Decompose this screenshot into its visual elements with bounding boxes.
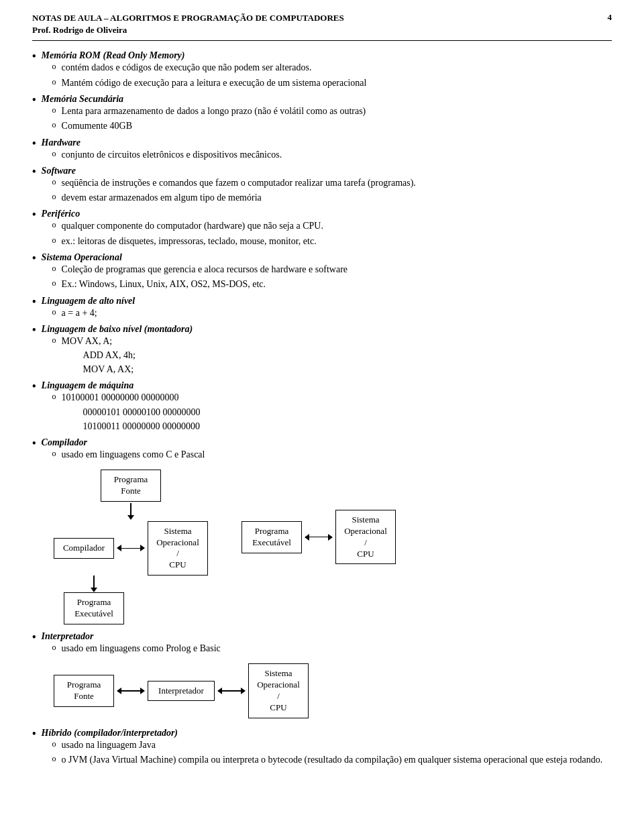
- header-title: NOTAS DE AULA – ALGORITMOS E PROGRAMAÇÃO…: [32, 12, 344, 36]
- sub-content: Ex.: Windows, Linux, Unix, AIX, OS2, MS-…: [62, 278, 612, 291]
- list-item: • Linguagem de máquina o 10100001 000000…: [32, 380, 612, 434]
- bullet-icon: •: [32, 728, 36, 740]
- sub-content: a = a + 4;: [62, 307, 612, 320]
- sub-list: o Coleção de programas que gerencia e al…: [52, 263, 612, 292]
- list-item: o usado em linguagens como C e Pascal: [52, 448, 612, 461]
- main-list: • Memória ROM (Read Only Memory) o conté…: [32, 50, 612, 462]
- arrow-hline: [222, 690, 241, 692]
- sub-bullet-icon: o: [52, 149, 56, 159]
- list-item: o Ex.: Windows, Linux, Unix, AIX, OS2, M…: [52, 278, 612, 291]
- right-diagram-group: ProgramaExecutável SistemaOperacional /C…: [241, 510, 396, 565]
- sub-content: o JVM (Java Virtual Machine) compila ou …: [62, 753, 612, 767]
- sub-content: contém dados e códigos de execução que n…: [62, 61, 612, 74]
- list-item: o seqüência de instruções e comandos que…: [52, 176, 612, 190]
- code-line: MOV AX, A;: [62, 335, 612, 348]
- interpretador-list: • Interpretador o usado em linguagens co…: [32, 631, 612, 657]
- item-label: Software: [42, 166, 76, 176]
- sub-bullet-icon: o: [52, 307, 56, 317]
- sub-list: o qualquer componente do computador (har…: [52, 219, 612, 248]
- list-item: o Mantém código de execução para a leitu…: [52, 76, 612, 90]
- item-label: Interpretador: [42, 631, 94, 641]
- list-item: • Sistema Operacional o Coleção de progr…: [32, 252, 612, 293]
- box-sistema-op-2: SistemaOperacional /CPU: [335, 510, 396, 565]
- item-content: Hardware o conjunto de circuitos eletrôn…: [42, 138, 612, 163]
- list-item: • Software o seqüência de instruções e c…: [32, 166, 612, 207]
- sub-bullet-icon: o: [52, 62, 56, 72]
- arrow-hline: [121, 690, 140, 692]
- list-item: o qualquer componente do computador (har…: [52, 219, 612, 233]
- bidir-arrow: [117, 545, 145, 551]
- bullet-icon: •: [32, 437, 36, 449]
- list-item: o MOV AX, A; ADD AX, 4h;MOV A, AX;: [52, 335, 612, 376]
- sub-bullet-icon: o: [52, 177, 56, 187]
- sub-content: usado em linguagens como Prolog e Basic: [62, 642, 612, 655]
- sub-content: MOV AX, A; ADD AX, 4h;MOV A, AX;: [62, 335, 612, 376]
- arrow-down: [127, 503, 134, 520]
- sub-content: qualquer componente do computador (hardw…: [62, 219, 612, 233]
- sub-bullet-icon: o: [52, 392, 56, 402]
- list-item: • Interpretador o usado em linguagens co…: [32, 631, 612, 657]
- sub-list: o a = a + 4;: [52, 307, 612, 320]
- item-label: Periférico: [42, 209, 80, 219]
- sub-list: o usado na linguagem Java o o JVM (Java …: [52, 739, 612, 767]
- arrow-right-head: [241, 688, 246, 694]
- box-sistema-op-1: SistemaOperacional /CPU: [148, 521, 208, 576]
- sub-bullet-icon: o: [52, 335, 56, 345]
- sub-list: o 10100001 00000000 00000000 00000101 00…: [52, 391, 612, 433]
- bidir-arrow-3: [117, 688, 145, 694]
- sub-bullet-icon: o: [52, 192, 56, 202]
- list-item: • Memória ROM (Read Only Memory) o conté…: [32, 50, 612, 91]
- box-sistema-op-interp: SistemaOperacional /CPU: [248, 663, 309, 718]
- sub-content: ex.: leitoras de disquetes, impressoras,…: [62, 235, 612, 248]
- item-content: Interpretador o usado em linguagens como…: [42, 631, 612, 657]
- list-item: o devem estar armazenados em algum tipo …: [52, 191, 612, 205]
- list-item: • Linguagem de alto nível o a = a + 4;: [32, 296, 612, 321]
- sub-content: seqüência de instruções e comandos que f…: [62, 176, 612, 190]
- list-item: o Comumente 40GB: [52, 119, 612, 133]
- list-item: • Compilador o usado em linguagens como …: [32, 437, 612, 463]
- arrow-right-head: [328, 534, 333, 541]
- arrow-hline: [121, 548, 140, 549]
- sub-bullet-icon: o: [52, 264, 56, 274]
- arrow-right-head: [140, 545, 145, 551]
- sub-list: o usado em linguagens como Prolog e Basi…: [52, 642, 612, 655]
- sub-bullet-icon: o: [52, 754, 56, 764]
- sub-content: usado em linguagens como C e Pascal: [62, 448, 612, 461]
- sub-list: o contém dados e códigos de execução que…: [52, 61, 612, 90]
- item-content: Híbrido (compilador/interpretador) o usa…: [42, 728, 612, 769]
- item-content: Linguagem de baixo nível (montadora) o M…: [42, 324, 612, 378]
- list-item: o o JVM (Java Virtual Machine) compila o…: [52, 753, 612, 767]
- box-prog-fonte-interp: ProgramaFonte: [54, 675, 114, 707]
- code-block: ADD AX, 4h;MOV A, AX;: [83, 348, 612, 376]
- item-content: Periférico o qualquer componente do comp…: [42, 209, 612, 250]
- bullet-icon: •: [32, 324, 36, 336]
- sub-content: 10100001 00000000 00000000 00000101 0000…: [62, 391, 612, 433]
- page-header: NOTAS DE AULA – ALGORITMOS E PROGRAMAÇÃO…: [32, 12, 612, 41]
- item-content: Memória Secundária o Lenta para armazena…: [42, 94, 612, 135]
- box-interpretador: Interpretador: [148, 681, 215, 702]
- item-content: Linguagem de máquina o 10100001 00000000…: [42, 380, 612, 434]
- list-item: • Periférico o qualquer componente do co…: [32, 209, 612, 250]
- sub-content: Coleção de programas que gerencia e aloc…: [62, 263, 612, 276]
- bullet-icon: •: [32, 50, 36, 62]
- arrow-left-head: [117, 688, 121, 694]
- list-item: o usado na linguagem Java: [52, 739, 612, 752]
- item-content: Linguagem de alto nível o a = a + 4;: [42, 296, 612, 321]
- sub-bullet-icon: o: [52, 739, 56, 749]
- compilador-row: Compilador SistemaOperacional /CPU: [54, 521, 208, 576]
- item-content: Software o seqüência de instruções e com…: [42, 166, 612, 207]
- sub-content: Mantém código de execução para a leitura…: [62, 76, 612, 90]
- list-item: • Híbrido (compilador/interpretador) o u…: [32, 728, 612, 769]
- interpretador-diagram: ProgramaFonte Interpretador SistemaOpera…: [54, 663, 612, 718]
- arrow-right-head: [140, 688, 145, 694]
- list-item: o usado em linguagens como Prolog e Basi…: [52, 642, 612, 655]
- arrow-left-head: [117, 545, 121, 551]
- bullet-icon: •: [32, 138, 36, 150]
- page: NOTAS DE AULA – ALGORITMOS E PROGRAMAÇÃO…: [0, 0, 644, 819]
- item-label: Linguagem de baixo nível (montadora): [42, 324, 193, 334]
- box-programa-exec-right: ProgramaExecutável: [241, 521, 302, 553]
- sub-list: o conjunto de circuitos eletrônicos e di…: [52, 148, 612, 162]
- compilador-diagram: ProgramaFonte Compilador SistemaOperacio…: [54, 470, 612, 624]
- list-item: o contém dados e códigos de execução que…: [52, 61, 612, 74]
- sub-bullet-icon: o: [52, 220, 56, 230]
